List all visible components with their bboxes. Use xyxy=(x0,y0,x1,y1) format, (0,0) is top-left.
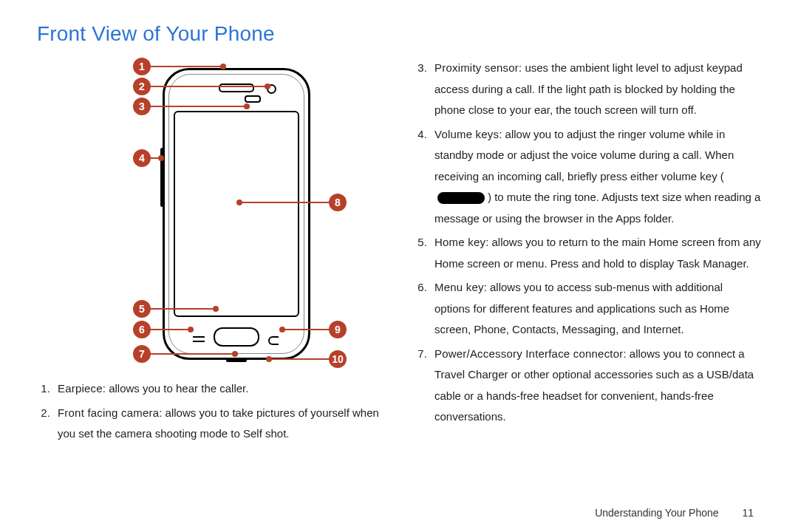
feature-list-right: Proximity sensor: uses the ambient light… xyxy=(414,58,761,428)
menu-key-icon xyxy=(193,335,205,344)
term: Menu key xyxy=(434,281,484,293)
callout-5: 5 xyxy=(133,300,151,318)
list-item: Proximity sensor: uses the ambient light… xyxy=(430,58,761,121)
callout-9: 9 xyxy=(329,321,347,338)
volume-key-icon xyxy=(437,192,485,204)
term: Front facing camera xyxy=(58,406,159,419)
phone-outline xyxy=(163,68,310,360)
lead-5 xyxy=(151,308,216,310)
lead-1 xyxy=(151,66,223,67)
lead-2 xyxy=(151,86,267,87)
term: Earpiece xyxy=(58,382,103,395)
feature-list-left: Earpiece: allows you to hear the caller.… xyxy=(37,378,384,445)
term: Power/Accessory Interface connector xyxy=(434,347,623,360)
list-item: Front facing camera: allows you to take … xyxy=(53,403,384,445)
lead-4 xyxy=(151,157,161,159)
term: Volume keys xyxy=(434,128,499,140)
lead-3 xyxy=(151,106,247,107)
list-item: Earpiece: allows you to hear the caller. xyxy=(53,378,384,400)
callout-10: 10 xyxy=(329,350,347,368)
earpiece-slot xyxy=(219,83,254,92)
callout-7: 7 xyxy=(133,345,151,363)
home-key xyxy=(214,327,259,347)
callout-2: 2 xyxy=(133,78,151,95)
lead-8 xyxy=(239,202,329,203)
desc: : allows you to hear the caller. xyxy=(103,382,249,395)
page-footer: Understanding Your Phone 11 xyxy=(595,507,754,519)
list-item: Power/Accessory Interface connector: all… xyxy=(430,344,761,428)
page-title: Front View of Your Phone xyxy=(37,22,761,46)
lead-6 xyxy=(151,329,191,330)
phone-front-diagram: 1 2 3 4 5 6 7 8 9 10 xyxy=(52,53,369,371)
lead-10 xyxy=(269,358,329,360)
callout-6: 6 xyxy=(133,321,151,338)
term: Home key xyxy=(434,236,485,248)
list-item: Menu key: allows you to access sub-menus… xyxy=(430,277,761,341)
list-item: Volume keys: allow you to adjust the rin… xyxy=(430,124,761,230)
usb-connector xyxy=(226,358,247,362)
back-key-icon xyxy=(268,335,280,344)
page-number: 11 xyxy=(742,507,754,519)
callout-8: 8 xyxy=(329,194,347,211)
lead-9 xyxy=(282,329,329,330)
touch-screen xyxy=(174,111,299,317)
section-name: Understanding Your Phone xyxy=(595,507,718,519)
callout-1: 1 xyxy=(133,58,151,75)
proximity-sensor xyxy=(245,95,261,103)
lead-7 xyxy=(151,353,235,355)
callout-3: 3 xyxy=(133,98,151,115)
list-item: Home key: allows you to return to the ma… xyxy=(430,232,761,274)
callout-4: 4 xyxy=(133,149,151,167)
term: Proximity sensor xyxy=(434,61,519,74)
